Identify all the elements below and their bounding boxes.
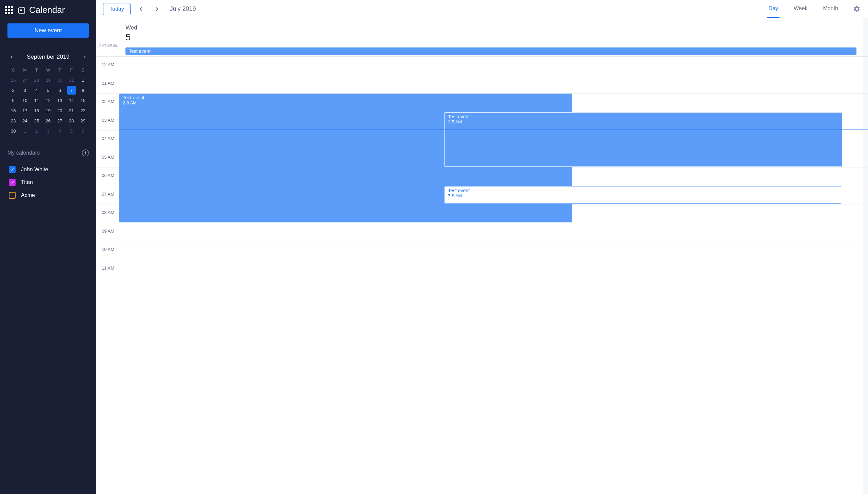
mini-cal-day[interactable]: 3 xyxy=(20,86,29,95)
mini-cal-day[interactable]: 26 xyxy=(44,116,53,125)
mini-cal-day[interactable]: 5 xyxy=(44,86,53,95)
view-tab-week[interactable]: Week xyxy=(792,0,809,18)
mini-cal-day[interactable]: 16 xyxy=(9,106,18,115)
mini-cal-day[interactable]: 19 xyxy=(44,106,53,115)
mini-cal-day[interactable]: 21 xyxy=(67,106,76,115)
mini-cal-day[interactable]: 24 xyxy=(20,116,29,125)
mini-cal-day[interactable]: 7 xyxy=(67,86,76,95)
calendar-item[interactable]: Titan xyxy=(7,176,89,189)
hour-row[interactable]: 09 AM xyxy=(96,223,868,242)
mini-cal-day[interactable]: 30 xyxy=(9,127,18,135)
mini-cal-day[interactable]: 23 xyxy=(9,116,18,125)
hour-cell[interactable] xyxy=(119,223,868,242)
mini-cal-day[interactable]: 18 xyxy=(32,106,41,115)
hour-cell[interactable] xyxy=(119,242,868,260)
day-number-label: 5 xyxy=(126,32,868,43)
mini-cal-day[interactable]: 9 xyxy=(9,96,18,105)
mini-cal-day[interactable]: 6 xyxy=(55,86,64,95)
mini-cal-next-button[interactable] xyxy=(81,53,89,61)
event-time: 2-8 AM xyxy=(123,100,569,106)
mini-cal-day[interactable]: 1 xyxy=(20,127,29,135)
mini-cal-day[interactable]: 30 xyxy=(55,76,64,84)
calendar-event[interactable]: Test event3-5 AM xyxy=(444,112,843,167)
allday-event[interactable]: Test event xyxy=(126,48,856,55)
hour-cell[interactable] xyxy=(119,75,868,94)
calendar-list: John WhiteTitanAcme xyxy=(7,163,89,202)
prev-period-button[interactable] xyxy=(135,3,147,15)
mini-cal-day[interactable]: 28 xyxy=(32,76,41,84)
mini-cal-day[interactable]: 2 xyxy=(9,86,18,95)
allday-events-row: Test event xyxy=(126,48,856,55)
mini-cal-day[interactable]: 13 xyxy=(55,96,64,105)
mini-cal-day[interactable]: 1 xyxy=(79,76,88,84)
hour-label: 06 AM xyxy=(96,168,119,186)
add-calendar-button[interactable] xyxy=(82,150,89,156)
mini-cal-day[interactable]: 15 xyxy=(79,96,88,105)
mini-calendar-title: September 2019 xyxy=(27,54,70,60)
mini-cal-day[interactable]: 5 xyxy=(67,127,76,135)
mini-cal-day[interactable]: 27 xyxy=(20,76,29,84)
mini-cal-day[interactable]: 20 xyxy=(55,106,64,115)
event-title: Test event xyxy=(448,114,839,119)
brand[interactable]: Calendar xyxy=(18,5,65,15)
mini-cal-day[interactable]: 28 xyxy=(67,116,76,125)
hour-cell[interactable] xyxy=(119,260,868,278)
check-icon xyxy=(10,168,14,172)
view-tab-month[interactable]: Month xyxy=(822,0,840,18)
chevron-left-icon xyxy=(138,6,144,12)
time-grid[interactable]: Test event2-8 AMTest event3-5 AMTest eve… xyxy=(96,57,868,278)
mini-cal-day[interactable]: 25 xyxy=(32,116,41,125)
today-button[interactable]: Today xyxy=(103,3,131,15)
mini-cal-day[interactable]: 2 xyxy=(32,127,41,135)
my-calendars-header: My calendars xyxy=(7,150,89,156)
view-tab-day[interactable]: Day xyxy=(767,0,779,18)
mini-cal-dow: W xyxy=(42,66,54,75)
event-title: Test event xyxy=(448,188,837,193)
mini-cal-day[interactable]: 3 xyxy=(44,127,53,135)
hour-row[interactable]: 12 AM xyxy=(96,57,868,75)
mini-cal-prev-button[interactable] xyxy=(7,53,16,61)
mini-cal-day[interactable]: 11 xyxy=(32,96,41,105)
mini-cal-day[interactable]: 6 xyxy=(79,127,88,135)
sidebar-header: Calendar xyxy=(0,0,96,20)
mini-cal-day[interactable]: 14 xyxy=(67,96,76,105)
mini-cal-day[interactable]: 10 xyxy=(20,96,29,105)
settings-button[interactable] xyxy=(853,5,861,13)
hour-label: 12 AM xyxy=(96,57,119,75)
calendar-event[interactable]: Test event7-8 AM xyxy=(444,186,841,204)
apps-grid-icon[interactable] xyxy=(5,6,13,14)
mini-cal-dow: S xyxy=(7,66,19,75)
mini-cal-day[interactable]: 17 xyxy=(20,106,29,115)
calendar-checkbox[interactable] xyxy=(9,179,16,186)
mini-cal-day[interactable]: 31 xyxy=(67,76,76,84)
mini-cal-dow: M xyxy=(19,66,31,75)
event-time: 3-5 AM xyxy=(448,119,839,125)
hour-label: 05 AM xyxy=(96,149,119,168)
check-icon xyxy=(10,180,14,185)
hour-row[interactable]: 01 AM xyxy=(96,75,868,94)
mini-cal-day[interactable]: 26 xyxy=(9,76,18,84)
hour-cell[interactable] xyxy=(119,57,868,75)
calendar-item[interactable]: Acme xyxy=(7,189,89,202)
mini-calendar-header: September 2019 xyxy=(7,53,89,61)
mini-cal-day[interactable]: 4 xyxy=(55,127,64,135)
day-view[interactable]: GMT+05:30 Wed 5 Test event Test event2-8… xyxy=(96,18,868,494)
calendar-checkbox[interactable] xyxy=(9,166,16,173)
mini-cal-day[interactable]: 27 xyxy=(55,116,64,125)
mini-cal-day[interactable]: 4 xyxy=(32,86,41,95)
mini-cal-dow: T xyxy=(54,66,65,75)
hour-row[interactable]: 10 AM xyxy=(96,242,868,260)
mini-cal-day[interactable]: 29 xyxy=(79,116,88,125)
mini-cal-day[interactable]: 12 xyxy=(44,96,53,105)
timezone-label: GMT+05:30 xyxy=(96,18,119,56)
calendar-label: Acme xyxy=(21,192,35,198)
mini-cal-day[interactable]: 8 xyxy=(79,86,88,95)
new-event-button[interactable]: New event xyxy=(7,23,89,38)
hour-row[interactable]: 11 AM xyxy=(96,260,868,279)
mini-cal-day[interactable]: 29 xyxy=(44,76,53,84)
calendar-item[interactable]: John White xyxy=(7,163,89,176)
mini-cal-day[interactable]: 22 xyxy=(79,106,88,115)
next-period-button[interactable] xyxy=(151,3,163,15)
calendar-label: John White xyxy=(21,167,48,173)
calendar-checkbox[interactable] xyxy=(9,192,16,199)
